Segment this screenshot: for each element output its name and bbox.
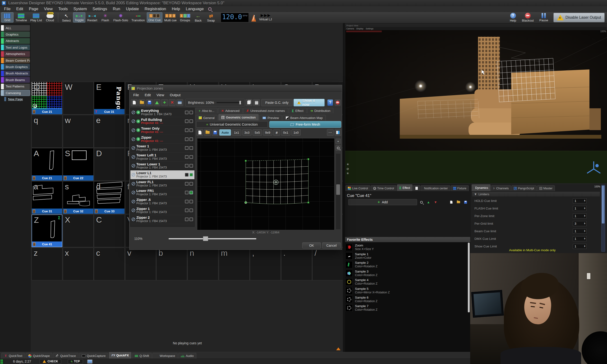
zone-mesh-checkbox[interactable] <box>189 146 193 150</box>
tab-live-control[interactable]: Live Control <box>345 185 370 191</box>
metronome-icon[interactable] <box>251 13 257 22</box>
limiters-header[interactable]: ▼Limiters <box>472 192 600 196</box>
sidebar-item-abstracts[interactable]: Abstracts <box>1 38 30 44</box>
zone-row-tower-left-1[interactable]: Tower Left 1Projector 1: FB4 15473 <box>131 153 194 162</box>
zone-checkbox[interactable] <box>185 173 188 177</box>
cue-cell-s[interactable]: Cue 32s <box>63 181 94 214</box>
paste-button[interactable] <box>253 99 260 106</box>
zone-mesh-checkbox[interactable] <box>189 200 193 203</box>
preview-menu-camera[interactable]: Camera <box>346 27 354 30</box>
disable-laser-output-button[interactable]: Disable Laser Output <box>554 13 605 22</box>
back-button[interactable]: ←Back <box>192 12 204 23</box>
cue-cell-m[interactable]: m <box>219 248 250 280</box>
spinner-arrows-icon[interactable]: ▲▼ <box>584 230 586 232</box>
tab-doc[interactable] <box>413 185 420 191</box>
zone-mesh-checkbox[interactable] <box>189 155 193 159</box>
limiter-spinner[interactable]: 3▲▼ <box>573 221 587 226</box>
export-button[interactable] <box>154 99 160 106</box>
menu-help[interactable]: Help <box>169 6 183 12</box>
new-effect-file-button[interactable] <box>448 199 454 205</box>
numeric-entry-button[interactable]: # <box>273 129 280 136</box>
save-effect-button[interactable] <box>462 199 468 205</box>
menu-settings[interactable]: Settings <box>90 6 109 12</box>
search-icon[interactable] <box>208 7 211 11</box>
cue-cell-q[interactable]: q <box>32 115 62 148</box>
menu-page[interactable]: Page <box>26 6 41 12</box>
zone-mesh-checkbox[interactable] <box>189 129 193 132</box>
tab-master[interactable]: Master <box>537 185 555 191</box>
dialog-menu-file[interactable]: File <box>131 93 141 97</box>
sidebar-item-beam-content-pack[interactable]: Beam Content Pack <box>1 58 30 63</box>
swap-button[interactable]: ⇄Swap <box>205 12 217 23</box>
favorite-effect-zoom[interactable]: ZoomSize X+Size Y <box>345 243 374 251</box>
mesh-5x5-button[interactable]: 5x5 <box>252 130 262 136</box>
zone-row-lower-fr1[interactable]: Lower FR1Projector 1: FB4 15473 <box>131 188 194 197</box>
mesh-0x1-button[interactable]: 0x1 <box>281 130 290 136</box>
flash-button[interactable]: ✳Flash <box>99 12 111 23</box>
tab-effect[interactable]: ΣEffect <box>397 184 413 191</box>
limiter-spinner[interactable]: 1▲▼ <box>573 244 587 249</box>
mesh-auto-button[interactable]: Auto <box>219 130 231 136</box>
zone-row-tower-1[interactable]: Tower 1Projector 1: FB4 15473 <box>131 143 194 153</box>
subtab-free-form-mesh[interactable]: Free-form Mesh <box>269 121 341 128</box>
favorite-effect-sample-4[interactable]: Sample 4Color+Rotation Z <box>345 278 378 286</box>
menu-update[interactable]: Update <box>123 6 142 12</box>
show-it-now-button[interactable]: Show it now <box>293 99 325 106</box>
check-button[interactable]: CHECK <box>40 359 61 364</box>
zone-checkbox[interactable] <box>185 191 188 194</box>
zone-row-full-building[interactable]: +Full BuildingProjector 41: — <box>131 117 194 126</box>
zone-mesh-checkbox[interactable] <box>189 182 193 185</box>
transition-button[interactable]: ●●●Transition <box>130 12 146 23</box>
blackout-button[interactable] <box>335 100 341 106</box>
tab-dynamics[interactable]: Dynamics <box>472 184 490 191</box>
menu-registration[interactable]: Registration <box>142 6 169 12</box>
cue-cell-d[interactable]: Cue 33d <box>94 181 125 214</box>
subtab-universal-geometric-correction[interactable]: ≡Universal Geometric Correction <box>196 121 268 128</box>
zone-row-zipper-5[interactable]: Zipper .5Projector 1: FB4 15473 <box>131 197 194 206</box>
play-list-button[interactable]: Play List <box>29 12 43 23</box>
cloud-button[interactable]: betaCloud <box>44 12 56 23</box>
tcp-button[interactable]: ϟTCP <box>68 359 83 364</box>
zone-row-zipper[interactable]: +ZipperProjector 41: — <box>131 135 194 144</box>
select-button[interactable]: ↖Select <box>60 12 73 23</box>
tab-notification-center[interactable]: Notification center <box>421 185 450 191</box>
more-options-button[interactable]: ⋯ <box>327 129 334 136</box>
favorite-effect-sample-5[interactable]: Sample 5Color+Mirror X+Rotation Z <box>345 286 390 295</box>
grid-button[interactable]: Grid <box>1 12 13 23</box>
cue-cell-w[interactable]: W <box>63 82 94 115</box>
mesh-3x3-button[interactable]: 3x3 <box>242 130 252 136</box>
panel-scrollbar[interactable] <box>601 185 605 252</box>
spinner-arrows-icon[interactable]: ▲▼ <box>584 215 586 217</box>
favorite-effect-sample-1[interactable]: Sample 1Zoom+Color <box>345 252 371 260</box>
tab-audio[interactable]: Audio <box>178 353 196 359</box>
tab-quicktext[interactable]: TQuickText <box>1 353 25 359</box>
mesh-9x9-button[interactable]: 9x9 <box>263 130 272 136</box>
cue-cell-s[interactable]: Cue 22S <box>63 148 94 181</box>
sidebar-item-graphics[interactable]: Graphics <box>1 31 30 37</box>
tab-effect[interactable]: ΣEffect <box>289 108 307 113</box>
ok-button[interactable]: OK <box>302 242 321 248</box>
cue-cell-z[interactable]: z <box>32 248 62 280</box>
delete-button[interactable]: ✕ <box>169 99 175 106</box>
cue-cell-c[interactable]: c <box>94 248 125 280</box>
cue-cell-n[interactable]: n <box>187 248 218 280</box>
multi-cue-button[interactable]: 123Multi cue <box>163 12 178 23</box>
dialog-menu-view[interactable]: View <box>154 93 166 97</box>
autohide-arrow-icon[interactable] <box>336 347 341 350</box>
sidebar-item-brush-abstracts[interactable]: Brush Abstracts <box>1 71 30 76</box>
move-up-button[interactable]: ▲ <box>426 199 431 205</box>
toggle-button[interactable]: ▶↔■Toggle <box>73 12 85 23</box>
sidebar-item-brush-beams[interactable]: Brush Beams <box>1 77 30 83</box>
zone-mesh-checkbox[interactable] <box>189 111 193 114</box>
limiter-spinner[interactable]: 1▲▼ <box>573 236 587 241</box>
spinner-arrows-icon[interactable]: ▲▼ <box>584 245 586 247</box>
open-folder-button[interactable] <box>138 99 145 106</box>
brightness-icon[interactable]: ☀ <box>346 163 349 166</box>
zone-checkbox[interactable] <box>185 155 188 159</box>
paste-gc-only-button[interactable]: Paste G.C. only <box>261 99 293 106</box>
cue-cell-e[interactable]: PangoTCue 31E <box>94 82 125 115</box>
dialog-menu-output[interactable]: Output <box>167 93 183 97</box>
menu-language[interactable]: Language <box>183 6 206 12</box>
sidebar-item-brush-graphics[interactable]: Brush Graphics <box>1 64 30 70</box>
zoom-tool-button[interactable] <box>335 145 341 151</box>
